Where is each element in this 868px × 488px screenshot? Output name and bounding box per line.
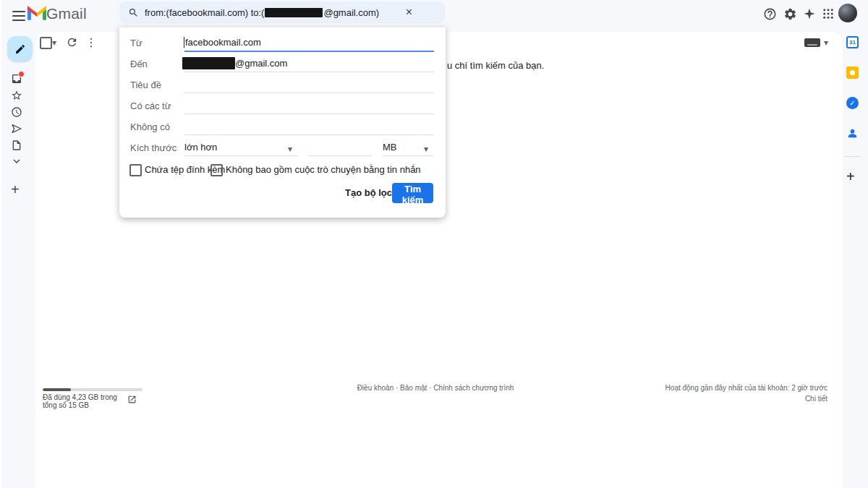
search-query[interactable]: from:(facebookmail.com) to:(@gmail.com) xyxy=(145,7,379,18)
refresh-icon[interactable] xyxy=(66,36,78,48)
search-button[interactable]: Tìm kiếm xyxy=(392,183,433,203)
account-activity-text: Hoạt động gần đây nhất của tài khoản: 2 … xyxy=(616,384,827,392)
inbox-unread-badge xyxy=(18,71,25,77)
settings-gear-icon[interactable] xyxy=(782,6,798,22)
sidebar-item-starred[interactable] xyxy=(11,90,22,101)
add-label-plus-icon[interactable]: + xyxy=(11,181,20,198)
profile-avatar[interactable] xyxy=(838,4,857,22)
storage-usage-text: Đã dùng 4,23 GB trong tổng số 15 GB xyxy=(43,393,131,409)
hamburger-menu-icon[interactable] xyxy=(10,7,27,25)
more-options-icon[interactable]: ⋮ xyxy=(85,35,97,49)
field-label-subject: Tiêu đề xyxy=(130,80,161,90)
sidebar-item-snoozed[interactable] xyxy=(11,106,22,118)
sidebar-item-drafts[interactable] xyxy=(11,140,22,151)
field-label-to: Đến xyxy=(130,59,148,69)
redacted-email xyxy=(265,8,323,17)
input-tools-keyboard-icon[interactable] xyxy=(804,38,820,47)
search-bar[interactable]: from:(facebookmail.com) to:(@gmail.com) … xyxy=(119,1,445,23)
no-results-text-fragment: u chí tìm kiếm của bạn. xyxy=(447,60,544,71)
has-attachment-checkbox[interactable] xyxy=(129,164,142,176)
contacts-icon[interactable] xyxy=(846,127,859,140)
size-unit-dropdown-icon[interactable]: ▾ xyxy=(424,145,428,153)
from-field-underline xyxy=(184,51,434,52)
field-label-size: Kích thước xyxy=(130,142,176,153)
compose-pencil-icon xyxy=(14,43,26,55)
activity-details-link[interactable]: Chi tiết xyxy=(616,395,827,403)
size-comparator-select[interactable]: lớn hơn xyxy=(184,142,217,153)
exclude-chats-label: Không bao gồm cuộc trò chuyện bằng tin n… xyxy=(226,164,421,175)
search-icon xyxy=(128,7,139,18)
field-label-from: Từ xyxy=(130,38,142,48)
storage-progress-bar xyxy=(43,388,142,391)
redacted-recipient xyxy=(182,57,235,69)
to-field-value[interactable]: @gmail.com xyxy=(235,58,287,69)
add-panel-plus-icon[interactable]: + xyxy=(846,168,855,185)
help-icon[interactable] xyxy=(762,6,778,22)
clear-search-icon[interactable]: × xyxy=(406,5,412,20)
size-comparator-dropdown-icon[interactable]: ▾ xyxy=(288,145,292,153)
calendar-icon[interactable]: 31 xyxy=(846,36,859,48)
exclude-chats-checkbox[interactable] xyxy=(210,164,223,176)
gemini-sparkle-icon[interactable] xyxy=(801,6,817,22)
google-apps-grid-icon[interactable] xyxy=(820,6,836,22)
create-filter-button[interactable]: Tạo bộ lọc xyxy=(338,183,399,202)
field-label-doesnt-have: Không có xyxy=(130,121,170,132)
sidebar-more-chevron-icon[interactable] xyxy=(11,155,22,167)
footer-legal-links[interactable]: Điều khoản · Bảo mật · Chính sách chương… xyxy=(327,384,544,392)
sidebar-item-sent[interactable] xyxy=(11,123,22,134)
gmail-wordmark: Gmail xyxy=(46,5,87,22)
from-field-value[interactable]: facebookmail.com xyxy=(185,37,261,48)
tasks-icon[interactable]: ✓ xyxy=(846,97,859,109)
select-all-checkbox[interactable] xyxy=(40,37,52,49)
keep-icon[interactable] xyxy=(846,67,859,79)
input-tools-dropdown-icon[interactable]: ▾ xyxy=(824,38,828,47)
field-label-has-words: Có các từ xyxy=(130,100,171,111)
gmail-logo-icon xyxy=(27,6,46,20)
select-dropdown-icon[interactable]: ▾ xyxy=(52,38,56,47)
size-unit-select[interactable]: MB xyxy=(383,142,397,153)
text-cursor xyxy=(184,37,184,48)
right-rail-divider xyxy=(845,156,860,157)
storage-progress-fill xyxy=(43,388,71,391)
compose-button[interactable] xyxy=(7,36,33,61)
manage-storage-open-icon[interactable] xyxy=(127,395,137,404)
